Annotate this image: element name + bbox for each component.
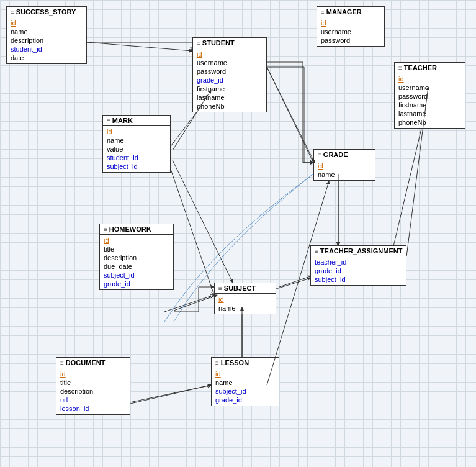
- field-url: url: [60, 396, 126, 404]
- table-header-teacher-assignment: ≡ TEACHER_ASSIGNMENT: [311, 246, 406, 256]
- field-name: name: [318, 170, 371, 179]
- table-name-mark: MARK: [112, 117, 133, 124]
- table-header-success-story: ≡ SUCCESS_STORY: [7, 7, 86, 17]
- field-lastname: lastname: [398, 109, 461, 118]
- svg-line-7: [124, 385, 211, 404]
- table-icon: ≡: [104, 226, 107, 233]
- table-name-manager: MANAGER: [326, 8, 362, 16]
- field-firstname: firstname: [398, 101, 461, 109]
- table-icon: ≡: [321, 9, 325, 16]
- table-icon: ≡: [215, 360, 219, 366]
- table-header-document: ≡ DOCUMENT: [56, 358, 130, 368]
- table-body-manager: id username password: [317, 17, 384, 46]
- table-icon: ≡: [11, 9, 14, 16]
- table-header-manager: ≡ MANAGER: [317, 7, 384, 17]
- table-header-lesson: ≡ LESSON: [212, 358, 279, 368]
- field-password: password: [197, 67, 263, 76]
- table-name-grade: GRADE: [323, 151, 348, 158]
- svg-line-0: [267, 67, 313, 163]
- field-grade-id: grade_id: [104, 279, 169, 288]
- table-grade: ≡ GRADE id name: [313, 149, 375, 181]
- field-due-date: due_date: [104, 262, 169, 271]
- table-icon: ≡: [318, 152, 321, 158]
- field-lesson-id: lesson_id: [60, 404, 126, 413]
- field-description: description: [104, 253, 169, 262]
- field-id: id: [321, 19, 380, 27]
- svg-line-12: [267, 67, 315, 163]
- field-id: id: [398, 75, 461, 83]
- diagram-canvas: ≡ SUCCESS_STORY id name description stud…: [0, 0, 476, 467]
- field-student-id: student_id: [107, 153, 166, 162]
- table-name-teacher-assignment: TEACHER_ASSIGNMENT: [320, 247, 403, 255]
- table-name-homework: HOMEWORK: [109, 225, 151, 233]
- field-name: name: [215, 378, 275, 387]
- table-teacher-assignment: ≡ TEACHER_ASSIGNMENT teacher_id grade_id…: [310, 245, 406, 286]
- field-subject-id: subject_id: [107, 162, 166, 171]
- field-description: description: [60, 387, 126, 396]
- table-name-lesson: LESSON: [221, 359, 249, 366]
- field-firstname: firstname: [197, 84, 263, 93]
- table-icon: ≡: [315, 248, 318, 255]
- svg-line-3: [164, 295, 214, 312]
- table-icon: ≡: [60, 360, 64, 366]
- table-body-mark: id name value student_id subject_id: [103, 126, 170, 172]
- field-id: id: [197, 50, 263, 58]
- table-icon: ≡: [107, 117, 110, 124]
- field-name: name: [11, 27, 83, 36]
- table-name-subject: SUBJECT: [224, 284, 256, 292]
- table-homework: ≡ HOMEWORK id title description due_date…: [99, 224, 174, 290]
- field-grade-id: grade_id: [215, 396, 275, 404]
- svg-line-2: [168, 160, 214, 295]
- table-header-student: ≡ STUDENT: [193, 38, 266, 48]
- field-id: id: [107, 127, 166, 136]
- table-name-document: DOCUMENT: [66, 359, 106, 366]
- table-mark: ≡ MARK id name value student_id subject_…: [102, 115, 171, 173]
- field-id: id: [11, 19, 83, 27]
- svg-line-19: [130, 385, 211, 404]
- field-id: id: [215, 370, 275, 378]
- svg-line-14: [173, 160, 233, 283]
- table-header-teacher: ≡ TEACHER: [395, 63, 465, 73]
- table-body-document: id title description url lesson_id: [56, 368, 130, 414]
- table-lesson: ≡ LESSON id name subject_id grade_id: [211, 357, 279, 406]
- table-body-subject: id name: [215, 294, 276, 314]
- table-name-student: STUDENT: [202, 39, 235, 47]
- table-header-mark: ≡ MARK: [103, 116, 170, 126]
- table-body-homework: id title description due_date subject_id…: [100, 235, 173, 289]
- table-icon: ≡: [398, 65, 402, 71]
- table-icon: ≡: [197, 40, 200, 47]
- field-date: date: [11, 53, 83, 62]
- field-id: id: [318, 161, 371, 170]
- table-name-success-story: SUCCESS_STORY: [16, 8, 76, 16]
- field-lastname: lastname: [197, 93, 263, 102]
- field-title: title: [60, 378, 126, 387]
- field-phonenb: phoneNb: [197, 102, 263, 111]
- field-grade-id: grade_id: [315, 266, 402, 275]
- svg-line-16: [276, 278, 310, 289]
- table-body-teacher-assignment: teacher_id grade_id subject_id: [311, 256, 406, 285]
- field-password: password: [321, 36, 380, 45]
- field-username: username: [321, 27, 380, 36]
- field-id: id: [104, 236, 169, 245]
- field-title: title: [104, 245, 169, 253]
- table-body-student: id username password grade_id firstname …: [193, 48, 266, 112]
- table-document: ≡ DOCUMENT id title description url less…: [56, 357, 130, 415]
- field-id: id: [60, 370, 126, 378]
- field-id: id: [218, 295, 272, 304]
- field-username: username: [197, 58, 263, 67]
- table-header-grade: ≡ GRADE: [314, 150, 375, 160]
- field-value: value: [107, 145, 166, 153]
- field-subject-id: subject_id: [104, 271, 169, 279]
- svg-line-15: [174, 295, 217, 311]
- table-body-teacher: id username password firstname lastname …: [395, 73, 465, 128]
- table-header-subject: ≡ SUBJECT: [215, 283, 276, 294]
- field-description: description: [11, 36, 83, 45]
- field-phonenb: phoneNb: [398, 118, 461, 127]
- table-subject: ≡ SUBJECT id name: [214, 283, 276, 314]
- field-name: name: [107, 136, 166, 145]
- table-header-homework: ≡ HOMEWORK: [100, 224, 173, 235]
- table-teacher: ≡ TEACHER id username password firstname…: [394, 62, 465, 129]
- field-teacher-id: teacher_id: [315, 258, 402, 266]
- field-username: username: [398, 83, 461, 92]
- field-grade-id: grade_id: [197, 76, 263, 84]
